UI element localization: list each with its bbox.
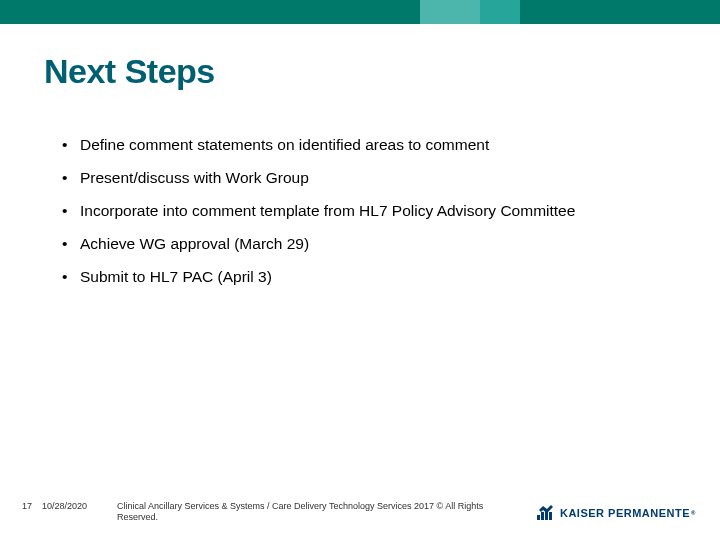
bullet-icon: • xyxy=(60,201,80,222)
bullet-icon: • xyxy=(60,267,80,288)
bullet-text: Present/discuss with Work Group xyxy=(80,168,680,189)
footer-copyright: Clinical Ancillary Services & Systems / … xyxy=(117,501,497,524)
svg-rect-1 xyxy=(541,512,544,520)
bullet-icon: • xyxy=(60,168,80,189)
bullet-text: Submit to HL7 PAC (April 3) xyxy=(80,267,680,288)
kaiser-logo: KAISER PERMANENTE ® xyxy=(536,504,696,522)
bullet-text: Achieve WG approval (March 29) xyxy=(80,234,680,255)
kaiser-logo-text: KAISER PERMANENTE xyxy=(560,507,690,519)
top-color-bar xyxy=(0,0,720,24)
footer-date: 10/28/2020 xyxy=(42,501,87,511)
svg-rect-0 xyxy=(537,515,540,520)
list-item: • Achieve WG approval (March 29) xyxy=(60,234,680,255)
top-color-accent-1 xyxy=(420,0,480,24)
list-item: • Define comment statements on identifie… xyxy=(60,135,680,156)
svg-marker-4 xyxy=(539,505,553,513)
slide-title: Next Steps xyxy=(44,52,215,91)
bullet-icon: • xyxy=(60,135,80,156)
bullet-text: Incorporate into comment template from H… xyxy=(80,201,680,222)
kaiser-logo-icon xyxy=(536,504,554,522)
bullet-list: • Define comment statements on identifie… xyxy=(60,135,680,300)
bullet-icon: • xyxy=(60,234,80,255)
page-number: 17 xyxy=(22,501,32,511)
list-item: • Present/discuss with Work Group xyxy=(60,168,680,189)
list-item: • Submit to HL7 PAC (April 3) xyxy=(60,267,680,288)
bullet-text: Define comment statements on identified … xyxy=(80,135,680,156)
top-color-accent-2 xyxy=(480,0,520,24)
svg-rect-3 xyxy=(549,512,552,520)
list-item: • Incorporate into comment template from… xyxy=(60,201,680,222)
registered-icon: ® xyxy=(691,510,696,516)
